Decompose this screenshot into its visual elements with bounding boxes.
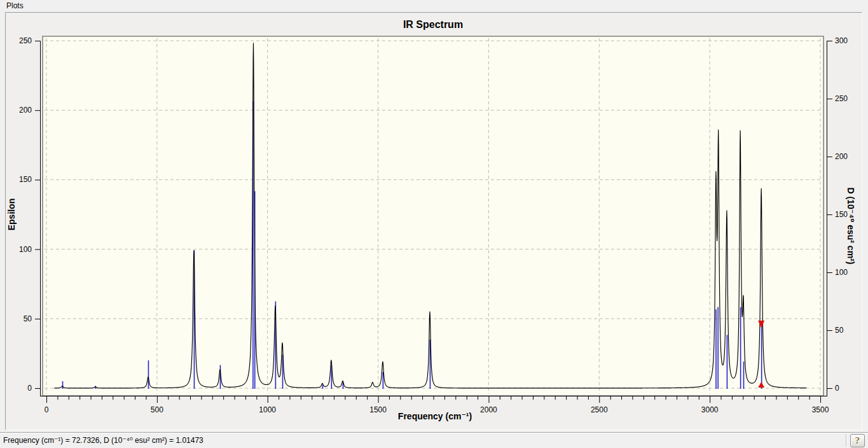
help-button[interactable]: ? <box>850 434 865 447</box>
statusbar-separator <box>846 434 846 447</box>
ir-spectrum-plot[interactable] <box>0 0 868 448</box>
help-icon: ? <box>851 435 864 447</box>
cursor-readout: Frequency (cm⁻¹) = 72.7326, D (10⁻⁴⁰ esu… <box>3 436 203 445</box>
status-bar: Frequency (cm⁻¹) = 72.7326, D (10⁻⁴⁰ esu… <box>0 432 868 448</box>
